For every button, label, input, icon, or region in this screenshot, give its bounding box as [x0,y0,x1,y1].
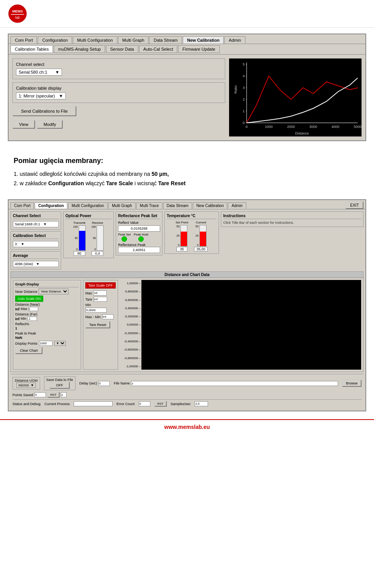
modify-btn[interactable]: Modify [37,120,63,129]
step2-mid2-text: i wcisnąć [134,180,157,186]
svg-text:0: 0 [243,121,245,125]
transmit-fill [79,231,85,250]
ss1-content: Channel select Serial:580 ch:1 ▼ Calibra… [9,55,365,140]
ss2-tab-multi-config[interactable]: Multi Configuration [68,202,108,209]
clear-chart-btn[interactable]: Clear Chart [15,347,42,354]
sub-tab-sensor-data[interactable]: Sensor Data [106,45,138,53]
tare-input[interactable] [94,297,107,302]
tare-max-input[interactable] [93,290,107,296]
display-points-row: Display Points ▼ [15,341,79,346]
cal-display-group: Calibration table display 1: Mirror (spe… [12,82,225,103]
tab-data-stream-1[interactable]: Data Stream [149,36,182,44]
tare-min-input[interactable] [85,308,107,313]
ss2-tab-multi-graph[interactable]: Multi Graph [108,202,136,209]
display-points-select[interactable]: ▼ [54,341,66,346]
error-count-input[interactable] [139,401,150,406]
svg-text:Distance: Distance [295,131,309,135]
svg-text:4: 4 [243,74,245,78]
exit-btn[interactable]: EXIT [346,202,363,209]
svg-text:0: 0 [245,125,247,129]
chart-with-labels: 1,00000 – 0,800000 – 0,600000 – 0,400000… [120,280,361,370]
distance-uom-label: Distance UOM [15,379,38,383]
ss2-tab-new-cal[interactable]: New Calibration [193,202,228,209]
ss2-main: Channel Select Serial:1668 ch:1 ▼ Calibr… [9,209,365,411]
receive-thermo: Receive 100 50 0 0,4 [92,221,104,256]
step1-text: 1. ustawić odległość końcówki czujnika o… [14,171,360,177]
optical-power-panel: Optical Power Transmit 100 50 0 [63,211,114,258]
tab-new-calibration[interactable]: New Calibration [183,36,224,44]
tab-configuration-1[interactable]: Configuration [38,36,72,44]
peak-set-btn[interactable] [122,236,127,242]
reflect-pct-label: Reflect% [15,322,29,326]
cal-select-dropdown[interactable]: 3: ▼ [13,241,59,247]
save-data-group: Save Data to File OFF [44,376,76,390]
delay-input[interactable] [98,381,110,386]
sub-tab-cal-tables[interactable]: Calibration Tables [11,45,53,53]
rst2-btn[interactable]: RST [154,401,167,407]
ss2-tab-multi-trace[interactable]: Multi Trace [136,202,162,209]
tare-max-row: Max [85,290,116,296]
sub-tab-autocal[interactable]: Auto-Cal Select [139,45,177,53]
file-name-input[interactable] [131,381,338,386]
graph-display-panel: Graph Display Near Distance Near Distanc… [13,280,81,370]
step1-pre: 1. ustawić odległość końcówki czujnika o… [14,171,150,177]
svg-text:1: 1 [243,109,245,113]
view-btn[interactable]: View [12,120,35,129]
cal-display-dropdown[interactable]: 1: Mirror (specular) ▼ [16,92,66,99]
channel-dropdown[interactable]: Serial:580 ch:1 ▼ [16,69,62,76]
browse-btn[interactable]: Browse [342,380,362,387]
set-point-scale: 50 25 0 [176,225,180,246]
tare-reset-btn[interactable]: Tare Reset [85,321,110,328]
file-name-label: File Name [114,381,130,385]
transmit-value: 80 [74,251,85,256]
ss2-tab-com-port[interactable]: Com Port [11,202,34,209]
tab-admin-1[interactable]: Admin [224,36,245,44]
average-dropdown[interactable]: 4096 (slow) ▼ [13,261,59,267]
tab-multi-config-1[interactable]: Multi Configuration [73,36,117,44]
channel-select-dropdown[interactable]: Serial:1668 ch:1 ▼ [13,221,59,227]
sub-tab-mudms[interactable]: muDMS-Analog Setup [54,45,105,53]
peak-hold-btn[interactable] [138,236,144,242]
rst-btn[interactable]: RST [47,392,60,398]
dist-near-val-row: Inf Max [15,307,79,311]
save-btn[interactable]: OFF [49,382,70,389]
body-section: Pomiar ugięcia membrany: 1. ustawić odle… [0,147,374,199]
tare-maxmin-row: Max - Min [85,314,116,319]
distance-uom-group: Distance UOM micron ▼ [12,377,40,390]
tare-scale-btn[interactable]: Tare Scale OFF [85,282,116,289]
distance-uom-dropdown[interactable]: micron ▼ [16,383,36,388]
near-distance-select[interactable]: Near Distance [39,289,69,294]
ss2-bottom-bar: Distance UOM micron ▼ Save Data to File … [11,374,363,409]
ss2-tab-data-stream[interactable]: Data Stream [163,202,192,209]
dist-far-val-row: Inf Min [15,317,79,321]
reflectance-peak-value: 2,40551 [133,248,146,252]
samples-label: Samples/sec [171,402,191,406]
tab-com-port[interactable]: Com Port [11,36,37,44]
transmit-thermo: Transmit 100 50 0 80 [73,221,86,256]
logo-area: MEMS lab [8,4,27,23]
nav-bar-1: Com Port Configuration Multi Configurati… [9,34,365,44]
file-ext-input[interactable] [61,392,67,397]
chart-area-2 [141,280,361,370]
set-point-bar [180,225,187,246]
max-input[interactable] [28,307,38,311]
distance-chart-title: Distance and Chart Data [11,272,363,278]
send-calibrations-btn[interactable]: Send Calibrations to File [12,106,76,116]
reflect-value-box: 0,0155268 [118,225,160,232]
ss2-tab-admin[interactable]: Admin [228,202,246,209]
current-process-input[interactable] [74,401,113,406]
sub-tab-firmware[interactable]: Firmware Update [178,45,219,53]
ss2-tab-configuration[interactable]: Configuration [35,202,67,209]
tare-maxmin-input[interactable] [102,314,114,319]
auto-scale-btn[interactable]: Auto Scale ON [15,296,43,302]
samples-input[interactable] [194,401,208,406]
current-scale: 50 25 0 [196,225,199,246]
points-saved-input[interactable] [34,392,46,397]
min-input[interactable] [27,317,37,321]
channel-select-value: Serial:1668 ch:1 [15,222,40,226]
channel-select-panel: Channel Select Serial:1668 ch:1 ▼ [11,211,61,230]
tab-multi-graph-1[interactable]: Multi Graph [118,36,149,44]
bottom-row-3: Status and Debug Current Process Error C… [12,399,362,407]
cal-display-arrow-icon: ▼ [59,94,63,98]
display-points-input[interactable] [39,341,53,346]
